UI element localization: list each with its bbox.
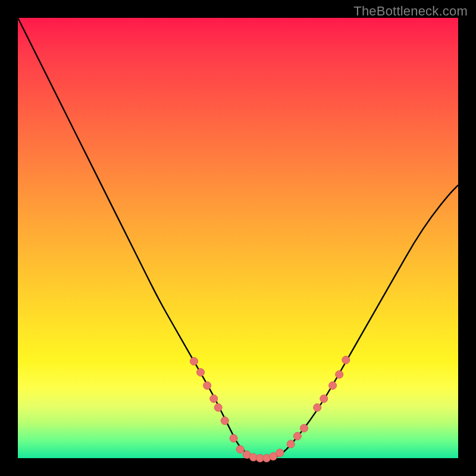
curve-marker (336, 371, 343, 378)
curve-marker (287, 440, 295, 448)
watermark-text: TheBottleneck.com (353, 4, 468, 19)
curve-marker (197, 368, 205, 376)
curve-marker (300, 424, 308, 432)
curve-marker (293, 433, 301, 440)
bottleneck-curve (18, 18, 458, 458)
curve-marker (210, 395, 218, 403)
chart-frame: TheBottleneck.com (0, 0, 476, 476)
curve-marker (230, 434, 237, 442)
curve-marker (190, 358, 198, 365)
curve-marker (276, 449, 284, 457)
curve-marker (214, 403, 222, 411)
curve-marker (320, 395, 328, 403)
curve-marker (221, 417, 228, 425)
chart-svg (18, 18, 458, 458)
curve-marker (342, 356, 350, 364)
curve-marker (203, 381, 211, 389)
curve-marker (329, 381, 337, 389)
curve-marker (314, 403, 321, 411)
curve-marker (236, 446, 244, 453)
curve-markers (190, 356, 350, 462)
chart-plot-area (18, 18, 458, 458)
